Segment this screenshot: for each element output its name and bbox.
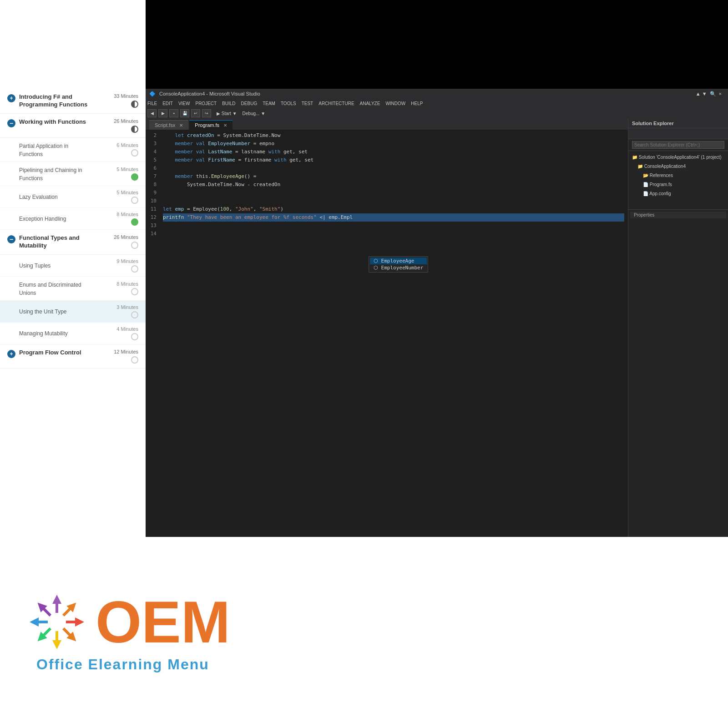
lesson-title-tuples: Using Tuples — [19, 263, 51, 269]
tab-programfs[interactable]: Program.fs ✕ — [189, 120, 233, 130]
lesson-enums[interactable]: Enums and DiscriminatedUnions 8 Minutes — [0, 277, 146, 301]
progress-circle-flow — [131, 356, 138, 364]
oem-arrows-icon — [27, 592, 86, 652]
vs-menu-bar[interactable]: FILE EDIT VIEW PROJECT BUILD DEBUG TEAM … — [146, 99, 728, 108]
module-minutes-flow: 12 Minutes — [102, 349, 138, 354]
lesson-partial-application[interactable]: Partial Application inFunctions 6 Minute… — [0, 138, 146, 162]
lesson-minutes-unit: 3 Minutes — [106, 304, 138, 310]
menu-build[interactable]: BUILD — [222, 101, 235, 106]
menu-view[interactable]: VIEW — [178, 101, 190, 106]
code-line-5: member val FirstName = firstname with ge… — [163, 156, 624, 164]
bottom-section: OEM Office Elearning Menu — [0, 537, 728, 728]
toolbar-btn-2[interactable]: ▶ — [158, 109, 167, 117]
menu-team[interactable]: TEAM — [263, 101, 275, 106]
module-minutes-intro: 33 Minutes — [102, 93, 138, 99]
autocomplete-popup: ⬡ EmployeeAge ⬡ EmployeeNumber — [369, 256, 428, 273]
oem-brand-text: OEM — [96, 592, 230, 652]
progress-enums — [131, 288, 138, 295]
module-minutes-functional: 26 Minutes — [102, 234, 138, 240]
menu-project[interactable]: PROJECT — [195, 101, 217, 106]
lesson-title-unit: Using the Unit Type — [19, 308, 67, 315]
lesson-mutability[interactable]: Managing Mutability 4 Minutes — [0, 323, 146, 344]
module-intro-fsharp[interactable]: + Introducing F# and Programming Functio… — [0, 89, 146, 114]
module-functional-types[interactable]: − Functional Types and Mutability 26 Min… — [0, 230, 146, 255]
se-item-console-app[interactable]: 📁 ConsoleApplication4 — [630, 162, 726, 171]
toolbar-btn-3[interactable]: ▪ — [169, 109, 178, 117]
expand-icon-flow: + — [7, 350, 15, 358]
autocomplete-employee-number[interactable]: ⬡ EmployeeNumber — [370, 264, 427, 271]
lesson-minutes-tuples: 9 Minutes — [106, 258, 138, 264]
svg-marker-7 — [35, 599, 54, 618]
module-program-flow[interactable]: + Program Flow Control 12 Minutes — [0, 344, 146, 369]
se-search-input[interactable] — [632, 141, 724, 149]
lesson-title-partial: Partial Application inFunctions — [19, 143, 68, 157]
progress-unit — [131, 311, 138, 318]
lesson-title-pipeline: Pipelining and Chaining inFunctions — [19, 167, 82, 182]
module-working-functions[interactable]: − Working with Functions 26 Minutes — [0, 114, 146, 138]
lesson-pipelining[interactable]: Pipelining and Chaining inFunctions 5 Mi… — [0, 162, 146, 186]
code-line-4: member val LastName = lastname with get,… — [163, 148, 624, 156]
se-search — [628, 139, 728, 151]
code-line-7: member this.EmployeeAge() = — [163, 172, 624, 181]
toolbar-btn-1[interactable]: ◀ — [147, 109, 157, 117]
progress-partial — [131, 149, 138, 157]
code-line-9 — [163, 189, 624, 197]
lesson-minutes-lazy: 5 Minutes — [106, 190, 138, 195]
se-item-references[interactable]: 📂 References — [630, 171, 726, 180]
se-item-appconfig[interactable]: 📄 App.config — [630, 189, 726, 198]
toolbar-btn-redo[interactable]: ↪ — [202, 109, 211, 117]
svg-marker-5 — [35, 625, 54, 644]
progress-exception — [131, 218, 138, 226]
code-line-10 — [163, 197, 624, 205]
properties-title: Properties — [630, 212, 726, 218]
module-title-flow: Program Flow Control — [19, 349, 81, 357]
lesson-tuples[interactable]: Using Tuples 9 Minutes — [0, 255, 146, 277]
menu-window[interactable]: WINDOW — [385, 101, 405, 106]
lesson-unit-type[interactable]: Using the Unit Type 3 Minutes — [0, 301, 146, 323]
code-line-12: printfn "They have been an employee for … — [163, 213, 624, 222]
autocomplete-employee-age[interactable]: ⬡ EmployeeAge — [370, 258, 427, 264]
progress-lazy — [131, 197, 138, 204]
lesson-exception[interactable]: Exception Handling 8 Minutes — [0, 208, 146, 230]
menu-analyze[interactable]: ANALYZE — [360, 101, 380, 106]
se-item-solution[interactable]: 📁 Solution 'ConsoleApplication4' (1 proj… — [630, 153, 726, 162]
svg-marker-1 — [60, 599, 79, 618]
module-title-working: Working with Functions — [19, 118, 86, 126]
progress-mutability — [131, 333, 138, 340]
menu-debug[interactable]: DEBUG — [241, 101, 258, 106]
code-line-6 — [163, 164, 624, 172]
svg-marker-4 — [52, 631, 61, 649]
se-title: Solution Explorer — [628, 119, 728, 128]
collapse-icon-working: − — [7, 119, 15, 127]
code-line-8: System.DateTime.Now - createdOn — [163, 181, 624, 189]
svg-marker-6 — [30, 617, 48, 627]
progress-circle-working — [131, 126, 138, 133]
lesson-minutes-partial: 6 Minutes — [106, 142, 138, 148]
se-item-program[interactable]: 📄 Program.fs — [630, 180, 726, 189]
lesson-minutes-exception: 8 Minutes — [106, 212, 138, 217]
lesson-title-lazy: Lazy Evaluation — [19, 194, 58, 200]
lesson-title-exception: Exception Handling — [19, 216, 66, 222]
lesson-lazy-eval[interactable]: Lazy Evaluation 5 Minutes — [0, 186, 146, 208]
menu-edit[interactable]: EDIT — [162, 101, 173, 106]
se-tree: 📁 Solution 'ConsoleApplication4' (1 proj… — [628, 151, 728, 200]
svg-marker-3 — [60, 625, 79, 644]
code-line-11: let emp = Employee(100, "John", "Smith") — [163, 205, 624, 213]
code-line-13 — [163, 222, 624, 230]
lesson-title-mutability: Managing Mutability — [19, 330, 68, 337]
svg-marker-0 — [52, 595, 61, 613]
toolbar-btn-save[interactable]: 💾 — [180, 109, 189, 117]
menu-help[interactable]: HELP — [411, 101, 423, 106]
toolbar-btn-undo[interactable]: ↩ — [191, 109, 200, 117]
code-editor[interactable]: let createdOn = System.DateTime.Now memb… — [159, 130, 628, 592]
menu-test[interactable]: TEST — [302, 101, 313, 106]
tab-scriptfsx[interactable]: Script.fsx ✕ — [149, 120, 188, 130]
menu-tools[interactable]: TOOLS — [281, 101, 296, 106]
progress-pipeline — [131, 173, 138, 181]
collapse-icon-functional: − — [7, 235, 15, 243]
vs-title-bar: 🔷 ConsoleApplication4 - Microsoft Visual… — [146, 89, 728, 99]
code-line-2: let createdOn = System.DateTime.Now — [163, 131, 624, 140]
menu-file[interactable]: FILE — [147, 101, 157, 106]
oem-logo-container: OEM Office Elearning Menu — [27, 592, 230, 673]
menu-architecture[interactable]: ARCHITECTURE — [318, 101, 354, 106]
